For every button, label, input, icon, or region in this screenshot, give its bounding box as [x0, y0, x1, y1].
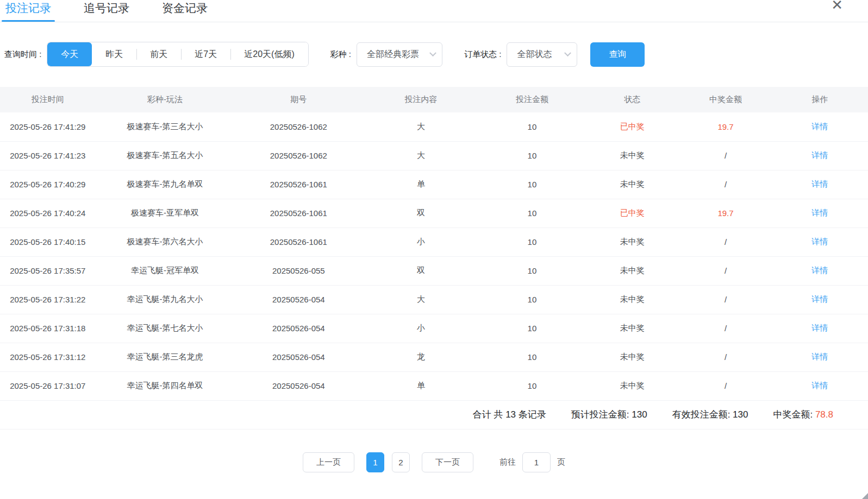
cell-lottery-play: 极速赛车-第五名大小 — [96, 141, 235, 170]
header-action: 操作 — [772, 87, 868, 112]
detail-link[interactable]: 详情 — [811, 179, 828, 188]
summary-expected-amount: 预计投注金额: 130 — [571, 408, 647, 421]
cell-action: 详情 — [772, 285, 868, 314]
cell-issue: 20250526-054 — [234, 371, 363, 400]
page-number-button[interactable]: 1 — [366, 452, 384, 472]
cell-bet-content: 小 — [363, 314, 479, 343]
cell-prize-amount: 19.7 — [679, 112, 771, 141]
detail-link[interactable]: 详情 — [811, 122, 828, 131]
tab-label: 资金记录 — [162, 2, 208, 14]
cell-status: 未中奖 — [585, 343, 679, 371]
cell-prize-amount: / — [679, 256, 771, 285]
close-icon[interactable]: ✕ — [831, 0, 843, 12]
cell-status: 未中奖 — [585, 285, 679, 314]
table-row: 2025-05-26 17:31:22 幸运飞艇-第九名大小 20250526-… — [0, 285, 868, 314]
cell-bet-amount: 10 — [479, 170, 585, 199]
lottery-select-value: 全部经典彩票 — [367, 49, 419, 60]
header-bet-time: 投注时间 — [0, 87, 96, 112]
search-button[interactable]: 查询 — [590, 42, 645, 67]
table-row: 2025-05-26 17:40:15 极速赛车-第六名大小 20250526-… — [0, 228, 868, 256]
table-row: 2025-05-26 17:41:29 极速赛车-第三名大小 20250526-… — [0, 112, 868, 141]
cell-bet-amount: 10 — [479, 228, 585, 256]
page-number-button[interactable]: 2 — [392, 452, 410, 472]
table-row: 2025-05-26 17:35:57 幸运飞艇-冠军单双 20250526-0… — [0, 256, 868, 285]
cell-bet-amount: 10 — [479, 199, 585, 228]
cell-bet-content: 小 — [363, 228, 479, 256]
cell-action: 详情 — [772, 170, 868, 199]
cell-bet-time: 2025-05-26 17:31:22 — [0, 285, 96, 314]
detail-link[interactable]: 详情 — [811, 150, 828, 160]
header-lottery-play: 彩种-玩法 — [96, 87, 235, 112]
cell-bet-time: 2025-05-26 17:40:15 — [0, 228, 96, 256]
table-row: 2025-05-26 17:31:07 幸运飞艇-第四名单双 20250526-… — [0, 371, 868, 400]
goto-page-input[interactable] — [522, 452, 551, 472]
detail-link[interactable]: 详情 — [811, 381, 828, 390]
table-row: 2025-05-26 17:31:18 幸运飞艇-第七名大小 20250526-… — [0, 314, 868, 343]
cell-issue: 20250526-1061 — [234, 170, 363, 199]
cell-bet-amount: 10 — [479, 285, 585, 314]
header-issue: 期号 — [234, 87, 363, 112]
order-status-select[interactable]: 全部状态 — [507, 42, 577, 67]
cell-prize-amount: / — [679, 314, 771, 343]
cell-status: 未中奖 — [585, 228, 679, 256]
cell-action: 详情 — [772, 371, 868, 400]
detail-link[interactable]: 详情 — [811, 266, 828, 275]
cell-status: 未中奖 — [585, 371, 679, 400]
filter-bar: 查询时间 : 今天 昨天 前天 近7天 近20天(低频) 彩种 : 全部经典彩票 — [4, 42, 868, 67]
time-range-group: 今天 昨天 前天 近7天 近20天(低频) — [47, 42, 308, 67]
summary-prize-label: 中奖金额: — [773, 409, 813, 420]
cell-status: 未中奖 — [585, 141, 679, 170]
cell-bet-content: 大 — [363, 112, 479, 141]
cell-lottery-play: 极速赛车-第九名单双 — [96, 170, 235, 199]
detail-link[interactable]: 详情 — [811, 208, 828, 217]
next-page-button[interactable]: 下一页 — [422, 452, 473, 472]
cell-issue: 20250526-054 — [234, 285, 363, 314]
tab[interactable]: 投注记录 — [4, 0, 52, 22]
goto-label: 前往 — [499, 457, 516, 468]
cell-lottery-play: 极速赛车-第六名大小 — [96, 228, 235, 256]
goto-page-group: 前往 页 — [499, 452, 565, 472]
time-range-button[interactable]: 近20天(低频) — [230, 42, 308, 66]
time-filter-label: 查询时间 : — [4, 49, 41, 60]
detail-link[interactable]: 详情 — [811, 237, 828, 246]
time-range-button[interactable]: 近7天 — [181, 42, 230, 66]
goto-page-suffix: 页 — [557, 457, 565, 468]
time-range-button-label: 前天 — [150, 49, 167, 59]
cell-action: 详情 — [772, 228, 868, 256]
cell-bet-content: 双 — [363, 199, 479, 228]
cell-bet-amount: 10 — [479, 343, 585, 371]
cell-issue: 20250526-054 — [234, 343, 363, 371]
cell-issue: 20250526-1061 — [234, 228, 363, 256]
tab[interactable]: 追号记录 — [83, 0, 130, 22]
summary-prize-amount: 中奖金额: 78.8 — [773, 408, 833, 421]
cell-lottery-play: 幸运飞艇-第七名大小 — [96, 314, 235, 343]
cell-issue: 20250526-1062 — [234, 112, 363, 141]
detail-link[interactable]: 详情 — [811, 323, 828, 332]
cell-bet-time: 2025-05-26 17:40:24 — [0, 199, 96, 228]
cell-action: 详情 — [772, 314, 868, 343]
time-range-button[interactable]: 昨天 — [92, 42, 136, 66]
lottery-select[interactable]: 全部经典彩票 — [357, 42, 442, 67]
bet-records-table: 投注时间 彩种-玩法 期号 投注内容 投注金额 状态 中奖金额 操作 2025-… — [0, 87, 868, 401]
time-range-button-label: 昨天 — [105, 49, 123, 59]
cell-bet-time: 2025-05-26 17:40:29 — [0, 170, 96, 199]
table-row: 2025-05-26 17:31:12 幸运飞艇-第三名龙虎 20250526-… — [0, 343, 868, 371]
prev-page-button[interactable]: 上一页 — [303, 452, 354, 472]
cell-status: 已中奖 — [585, 112, 679, 141]
summary-total-records: 合计 共 13 条记录 — [473, 408, 546, 421]
tab[interactable]: 资金记录 — [161, 0, 209, 22]
cell-prize-amount: / — [679, 170, 771, 199]
detail-link[interactable]: 详情 — [811, 294, 828, 304]
cell-bet-amount: 10 — [479, 314, 585, 343]
pagination: 上一页 1 2 下一页 前往 页 — [0, 452, 868, 472]
cell-bet-content: 大 — [363, 285, 479, 314]
cell-bet-content: 单 — [363, 371, 479, 400]
header-bet-amount: 投注金额 — [479, 87, 585, 112]
cell-bet-time: 2025-05-26 17:31:12 — [0, 343, 96, 371]
detail-link[interactable]: 详情 — [811, 352, 828, 361]
time-range-button[interactable]: 今天 — [47, 42, 92, 66]
resize-handle-icon — [862, 493, 868, 499]
order-status-select-value: 全部状态 — [517, 49, 552, 60]
time-range-button[interactable]: 前天 — [136, 42, 181, 66]
cell-lottery-play: 幸运飞艇-冠军单双 — [96, 256, 235, 285]
